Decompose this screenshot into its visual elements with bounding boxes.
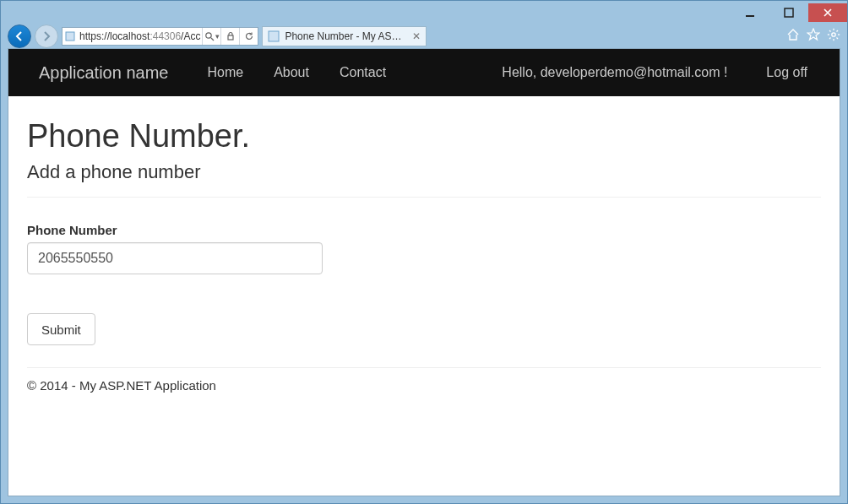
svg-line-14 (829, 38, 831, 40)
browser-window: https://localhost:44306/Acc ▾ Phone Numb… (0, 0, 848, 504)
refresh-icon[interactable] (239, 28, 258, 45)
minimize-button[interactable] (731, 3, 769, 22)
page-viewport: Application name Home About Contact Hell… (8, 48, 840, 496)
titlebar (1, 1, 847, 24)
svg-rect-6 (269, 31, 279, 41)
page-subtitle: Add a phone number (27, 161, 821, 183)
svg-line-12 (829, 30, 831, 32)
nav-home[interactable]: Home (207, 65, 243, 80)
phone-input[interactable] (27, 242, 323, 274)
svg-rect-0 (746, 15, 754, 17)
footer-text: © 2014 - My ASP.NET Application (27, 378, 821, 393)
divider (27, 197, 821, 198)
back-button[interactable] (8, 24, 31, 48)
nav-hello-user[interactable]: Hello, developerdemo@hotmail.com ! (502, 65, 727, 80)
nav-about[interactable]: About (274, 65, 309, 80)
tab-close-icon[interactable]: ✕ (412, 30, 421, 42)
svg-rect-5 (228, 35, 233, 40)
address-text[interactable]: https://localhost:44306/Acc (78, 28, 202, 45)
footer-divider (27, 367, 821, 368)
submit-button[interactable]: Submit (27, 313, 95, 345)
url-host: https://localhost (79, 30, 149, 42)
favorites-star-icon[interactable] (807, 28, 820, 45)
home-icon[interactable] (786, 28, 800, 45)
nav-contact[interactable]: Contact (340, 65, 386, 80)
toolbar-right-icons (786, 28, 840, 45)
address-bar[interactable]: https://localhost:44306/Acc ▾ (62, 27, 258, 46)
maximize-button[interactable] (769, 3, 808, 22)
close-button[interactable] (808, 3, 847, 22)
settings-gear-icon[interactable] (827, 28, 840, 45)
site-navbar: Application name Home About Contact Hell… (8, 49, 840, 96)
url-port: :44306 (149, 30, 181, 42)
svg-point-7 (832, 33, 835, 36)
svg-rect-1 (785, 8, 793, 17)
page-content: Phone Number. Add a phone number Phone N… (8, 96, 840, 408)
lock-icon[interactable] (220, 28, 239, 45)
address-actions: ▾ (202, 28, 258, 45)
search-icon[interactable]: ▾ (202, 28, 220, 45)
svg-line-15 (837, 30, 839, 32)
url-path: /Acc (181, 30, 200, 42)
nav-brand[interactable]: Application name (39, 63, 168, 83)
browser-tab[interactable]: Phone Number - My ASP.N... ✕ (262, 26, 427, 46)
phone-label: Phone Number (27, 223, 821, 237)
svg-point-3 (206, 33, 211, 38)
svg-rect-2 (66, 32, 74, 41)
tab-favicon-icon (268, 30, 280, 42)
nav-logoff[interactable]: Log off (766, 65, 807, 80)
page-favicon-icon (63, 31, 78, 41)
tab-title: Phone Number - My ASP.N... (285, 30, 404, 42)
svg-line-4 (211, 38, 214, 41)
page-title: Phone Number. (27, 118, 821, 154)
browser-toolbar: https://localhost:44306/Acc ▾ Phone Numb… (1, 24, 847, 48)
forward-button[interactable] (35, 24, 58, 48)
svg-line-13 (837, 38, 839, 40)
